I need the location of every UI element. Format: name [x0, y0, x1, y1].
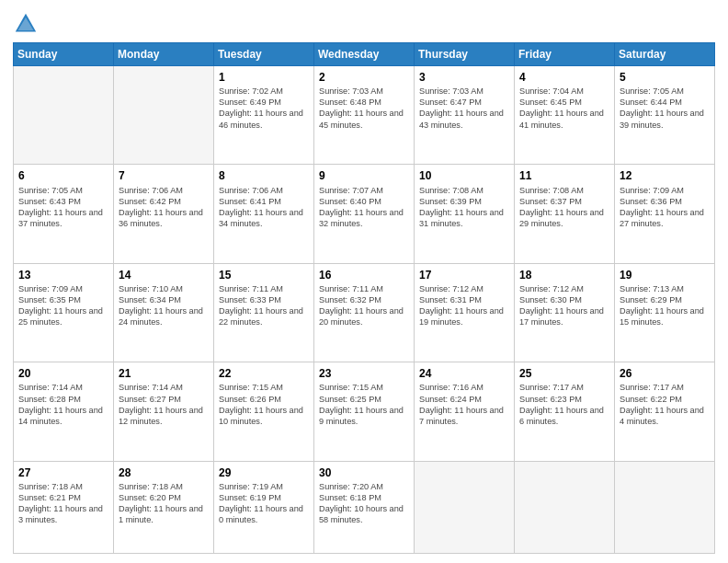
- day-number: 20: [18, 366, 108, 381]
- day-number: 14: [119, 268, 209, 282]
- calendar-cell: 13Sunrise: 7:09 AMSunset: 6:35 PMDayligh…: [14, 263, 114, 362]
- logo: [13, 11, 42, 37]
- calendar-cell: [415, 461, 515, 553]
- calendar-cell: 28Sunrise: 7:18 AMSunset: 6:20 PMDayligh…: [114, 461, 214, 553]
- day-info: Sunrise: 7:15 AMSunset: 6:25 PMDaylight:…: [319, 382, 409, 427]
- day-number: 19: [620, 268, 710, 282]
- calendar-cell: 14Sunrise: 7:10 AMSunset: 6:34 PMDayligh…: [114, 263, 214, 362]
- calendar-cell: 30Sunrise: 7:20 AMSunset: 6:18 PMDayligh…: [314, 461, 415, 553]
- calendar-cell: 5Sunrise: 7:05 AMSunset: 6:44 PMDaylight…: [615, 66, 715, 165]
- day-info: Sunrise: 7:06 AMSunset: 6:42 PMDaylight:…: [119, 185, 209, 230]
- day-info: Sunrise: 7:02 AMSunset: 6:49 PMDaylight:…: [219, 86, 309, 131]
- day-number: 17: [419, 268, 509, 282]
- day-info: Sunrise: 7:17 AMSunset: 6:22 PMDaylight:…: [620, 382, 710, 427]
- calendar-cell: [14, 66, 114, 165]
- day-number: 9: [319, 168, 409, 183]
- day-info: Sunrise: 7:12 AMSunset: 6:31 PMDaylight:…: [419, 283, 509, 328]
- calendar-cell: 17Sunrise: 7:12 AMSunset: 6:31 PMDayligh…: [415, 263, 515, 362]
- day-info: Sunrise: 7:11 AMSunset: 6:33 PMDaylight:…: [219, 283, 309, 328]
- day-number: 1: [219, 70, 309, 85]
- calendar-header-row: SundayMondayTuesdayWednesdayThursdayFrid…: [14, 43, 715, 66]
- calendar-cell: 26Sunrise: 7:17 AMSunset: 6:22 PMDayligh…: [615, 362, 715, 461]
- day-number: 16: [319, 268, 409, 282]
- calendar-cell: 18Sunrise: 7:12 AMSunset: 6:30 PMDayligh…: [515, 263, 615, 362]
- day-header-saturday: Saturday: [615, 43, 715, 66]
- day-info: Sunrise: 7:15 AMSunset: 6:26 PMDaylight:…: [219, 382, 309, 427]
- calendar-cell: 19Sunrise: 7:13 AMSunset: 6:29 PMDayligh…: [615, 263, 715, 362]
- day-info: Sunrise: 7:14 AMSunset: 6:28 PMDaylight:…: [18, 382, 108, 427]
- calendar-cell: 15Sunrise: 7:11 AMSunset: 6:33 PMDayligh…: [214, 263, 314, 362]
- day-number: 10: [419, 168, 509, 183]
- day-header-sunday: Sunday: [14, 43, 114, 66]
- day-number: 23: [319, 366, 409, 381]
- day-info: Sunrise: 7:07 AMSunset: 6:40 PMDaylight:…: [319, 185, 409, 230]
- calendar-cell: 8Sunrise: 7:06 AMSunset: 6:41 PMDaylight…: [214, 165, 314, 263]
- day-info: Sunrise: 7:08 AMSunset: 6:39 PMDaylight:…: [419, 185, 509, 230]
- calendar-cell: 1Sunrise: 7:02 AMSunset: 6:49 PMDaylight…: [214, 66, 314, 165]
- day-number: 21: [119, 366, 209, 381]
- day-info: Sunrise: 7:16 AMSunset: 6:24 PMDaylight:…: [419, 382, 509, 427]
- day-info: Sunrise: 7:20 AMSunset: 6:18 PMDaylight:…: [319, 481, 409, 526]
- week-row-4: 20Sunrise: 7:14 AMSunset: 6:28 PMDayligh…: [14, 362, 715, 461]
- day-info: Sunrise: 7:10 AMSunset: 6:34 PMDaylight:…: [119, 283, 209, 328]
- day-number: 7: [119, 168, 209, 183]
- day-info: Sunrise: 7:19 AMSunset: 6:19 PMDaylight:…: [219, 481, 309, 526]
- day-number: 25: [519, 366, 609, 381]
- day-number: 11: [519, 168, 609, 183]
- calendar-cell: 22Sunrise: 7:15 AMSunset: 6:26 PMDayligh…: [214, 362, 314, 461]
- day-number: 29: [219, 465, 309, 480]
- day-number: 27: [18, 465, 108, 480]
- week-row-3: 13Sunrise: 7:09 AMSunset: 6:35 PMDayligh…: [14, 263, 715, 362]
- calendar-cell: 16Sunrise: 7:11 AMSunset: 6:32 PMDayligh…: [314, 263, 415, 362]
- day-info: Sunrise: 7:08 AMSunset: 6:37 PMDaylight:…: [519, 185, 609, 230]
- day-info: Sunrise: 7:18 AMSunset: 6:20 PMDaylight:…: [119, 481, 209, 526]
- day-info: Sunrise: 7:12 AMSunset: 6:30 PMDaylight:…: [519, 283, 609, 328]
- day-number: 6: [18, 168, 108, 183]
- calendar-cell: 27Sunrise: 7:18 AMSunset: 6:21 PMDayligh…: [14, 461, 114, 553]
- calendar-cell: 21Sunrise: 7:14 AMSunset: 6:27 PMDayligh…: [114, 362, 214, 461]
- day-info: Sunrise: 7:06 AMSunset: 6:41 PMDaylight:…: [219, 185, 309, 230]
- day-number: 4: [519, 70, 609, 85]
- calendar-cell: 25Sunrise: 7:17 AMSunset: 6:23 PMDayligh…: [515, 362, 615, 461]
- day-info: Sunrise: 7:17 AMSunset: 6:23 PMDaylight:…: [519, 382, 609, 427]
- calendar-cell: 24Sunrise: 7:16 AMSunset: 6:24 PMDayligh…: [415, 362, 515, 461]
- calendar-cell: 2Sunrise: 7:03 AMSunset: 6:48 PMDaylight…: [314, 66, 415, 165]
- day-number: 22: [219, 366, 309, 381]
- logo-icon: [13, 11, 39, 37]
- week-row-5: 27Sunrise: 7:18 AMSunset: 6:21 PMDayligh…: [14, 461, 715, 553]
- day-header-tuesday: Tuesday: [214, 43, 314, 66]
- week-row-1: 1Sunrise: 7:02 AMSunset: 6:49 PMDaylight…: [14, 66, 715, 165]
- day-header-monday: Monday: [114, 43, 214, 66]
- day-number: 12: [620, 168, 710, 183]
- day-info: Sunrise: 7:05 AMSunset: 6:44 PMDaylight:…: [620, 86, 710, 131]
- day-number: 18: [519, 268, 609, 282]
- calendar-cell: 29Sunrise: 7:19 AMSunset: 6:19 PMDayligh…: [214, 461, 314, 553]
- calendar-cell: 6Sunrise: 7:05 AMSunset: 6:43 PMDaylight…: [14, 165, 114, 263]
- day-number: 3: [419, 70, 509, 85]
- day-number: 2: [319, 70, 409, 85]
- calendar-cell: [114, 66, 214, 165]
- calendar-cell: 3Sunrise: 7:03 AMSunset: 6:47 PMDaylight…: [415, 66, 515, 165]
- day-number: 28: [119, 465, 209, 480]
- page: SundayMondayTuesdayWednesdayThursdayFrid…: [0, 0, 728, 563]
- calendar-cell: 23Sunrise: 7:15 AMSunset: 6:25 PMDayligh…: [314, 362, 415, 461]
- day-info: Sunrise: 7:13 AMSunset: 6:29 PMDaylight:…: [620, 283, 710, 328]
- day-info: Sunrise: 7:04 AMSunset: 6:45 PMDaylight:…: [519, 86, 609, 131]
- day-info: Sunrise: 7:03 AMSunset: 6:47 PMDaylight:…: [419, 86, 509, 131]
- week-row-2: 6Sunrise: 7:05 AMSunset: 6:43 PMDaylight…: [14, 165, 715, 263]
- day-info: Sunrise: 7:09 AMSunset: 6:35 PMDaylight:…: [18, 283, 108, 328]
- day-info: Sunrise: 7:03 AMSunset: 6:48 PMDaylight:…: [319, 86, 409, 131]
- header: [13, 11, 715, 37]
- calendar-cell: 10Sunrise: 7:08 AMSunset: 6:39 PMDayligh…: [415, 165, 515, 263]
- day-number: 13: [18, 268, 108, 282]
- calendar-cell: 4Sunrise: 7:04 AMSunset: 6:45 PMDaylight…: [515, 66, 615, 165]
- calendar-cell: 9Sunrise: 7:07 AMSunset: 6:40 PMDaylight…: [314, 165, 415, 263]
- calendar-cell: [515, 461, 615, 553]
- day-header-wednesday: Wednesday: [314, 43, 415, 66]
- day-number: 5: [620, 70, 710, 85]
- calendar-cell: 11Sunrise: 7:08 AMSunset: 6:37 PMDayligh…: [515, 165, 615, 263]
- calendar-table: SundayMondayTuesdayWednesdayThursdayFrid…: [13, 42, 715, 554]
- calendar-cell: 20Sunrise: 7:14 AMSunset: 6:28 PMDayligh…: [14, 362, 114, 461]
- day-info: Sunrise: 7:18 AMSunset: 6:21 PMDaylight:…: [18, 481, 108, 526]
- day-header-friday: Friday: [515, 43, 615, 66]
